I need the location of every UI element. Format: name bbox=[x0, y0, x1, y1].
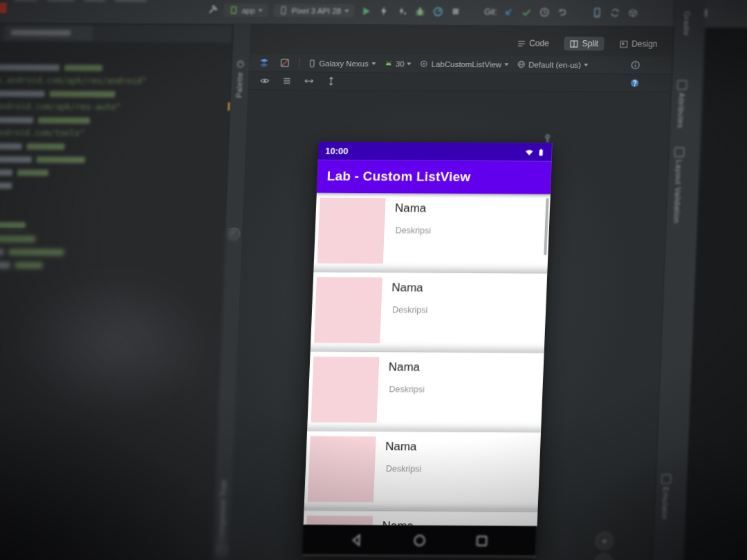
rollback-icon[interactable] bbox=[556, 6, 569, 18]
horizontal-arrows-icon[interactable] bbox=[302, 75, 315, 87]
design-mode-icon bbox=[619, 39, 629, 48]
item-title: Nama bbox=[385, 440, 417, 454]
chevron-down-icon bbox=[584, 64, 588, 66]
device-manager-icon[interactable] bbox=[591, 6, 604, 19]
list-item[interactable]: Nama Deskripsi bbox=[311, 272, 548, 353]
git-update-icon[interactable] bbox=[502, 6, 515, 18]
status-time: 10:00 bbox=[325, 145, 349, 156]
device-chip[interactable]: Galaxy Nexus bbox=[308, 59, 376, 68]
tab-gradle[interactable]: Gradle bbox=[682, 11, 691, 36]
tab-palette[interactable]: Palette bbox=[234, 72, 244, 98]
locale-label: Default (en-us) bbox=[528, 60, 582, 68]
tab-split[interactable]: Split bbox=[564, 37, 604, 50]
list-item[interactable]: Nama Deskripsi bbox=[313, 193, 551, 274]
battery-icon bbox=[537, 147, 546, 157]
code-editor-pane[interactable]: s.android.com/apk/res/android" android.c… bbox=[0, 24, 233, 560]
palette-icon bbox=[236, 59, 246, 68]
code-mode-icon bbox=[517, 39, 526, 48]
git-commit-icon[interactable] bbox=[520, 6, 533, 18]
design-pane: Code Split Design Galaxy Nexus bbox=[229, 24, 674, 560]
android-icon bbox=[384, 59, 394, 68]
tab-attributes[interactable]: Attributes bbox=[676, 93, 686, 129]
emulator-icon bbox=[661, 474, 672, 484]
globe-icon bbox=[517, 60, 526, 69]
item-subtitle: Deskripsi bbox=[395, 226, 431, 236]
gradle-sync-icon[interactable] bbox=[609, 6, 622, 19]
sdk-manager-icon[interactable] bbox=[627, 6, 640, 19]
phone-icon bbox=[308, 59, 316, 67]
item-image-placeholder bbox=[311, 357, 379, 423]
target-icon bbox=[419, 59, 429, 68]
history-icon[interactable] bbox=[538, 6, 551, 18]
api-level-chip[interactable]: 30 bbox=[384, 59, 412, 68]
menu-bar-smudge bbox=[14, 0, 147, 1]
phone-preview[interactable]: 10:00 Lab - Custom ListView Nama Deskrip… bbox=[302, 142, 553, 557]
item-image-placeholder bbox=[308, 436, 376, 503]
tab-emulator-wrap: Emulator bbox=[660, 474, 672, 520]
list-item[interactable]: Nama Deskripsi bbox=[307, 352, 544, 433]
code-line: android.com/apk/res-auto" bbox=[0, 102, 121, 112]
layout-variant-label: LabCustomListView bbox=[431, 59, 501, 68]
app-bar: Lab - Custom ListView bbox=[317, 160, 552, 194]
chevron-down-icon bbox=[344, 10, 349, 12]
tab-code[interactable]: Code bbox=[511, 37, 555, 50]
apply-code-changes-icon[interactable] bbox=[396, 5, 409, 17]
debug-icon[interactable] bbox=[414, 5, 427, 17]
red-indicator bbox=[0, 3, 7, 13]
layout-validation-icon bbox=[674, 147, 685, 157]
apply-changes-icon[interactable] bbox=[378, 5, 391, 17]
blur-glow bbox=[4, 272, 217, 419]
design-toolbar: Galaxy Nexus 30 LabCustomListView Defaul… bbox=[249, 54, 672, 75]
design-toolbar-secondary bbox=[248, 72, 672, 93]
xml-code[interactable]: s.android.com/apk/res/android" android.c… bbox=[0, 43, 226, 293]
git-label: Git: bbox=[484, 7, 497, 17]
split-mode-icon bbox=[570, 39, 580, 48]
locale-chip[interactable]: Default (en-us) bbox=[517, 60, 589, 70]
item-title: Nama bbox=[391, 281, 423, 295]
attributes-icon bbox=[677, 80, 688, 90]
chevron-down-icon bbox=[259, 9, 263, 12]
zoom-in-button[interactable] bbox=[595, 532, 614, 550]
profiler-icon[interactable] bbox=[432, 5, 445, 17]
api-level-label: 30 bbox=[396, 59, 405, 68]
view-options-eye-icon[interactable] bbox=[258, 75, 271, 87]
tool-window-icon[interactable] bbox=[228, 228, 240, 239]
chevron-down-icon bbox=[407, 62, 412, 65]
module-selector[interactable]: app bbox=[223, 3, 268, 17]
wifi-icon bbox=[524, 147, 535, 156]
editor-mode-tabs: Code Split Design bbox=[511, 37, 663, 51]
item-title: Nama bbox=[388, 361, 420, 375]
file-tab[interactable] bbox=[4, 26, 93, 41]
chevron-down-icon bbox=[504, 63, 508, 66]
design-surface-icon[interactable] bbox=[257, 57, 270, 69]
tab-attributes-wrap: Attributes bbox=[676, 80, 688, 129]
info-icon[interactable] bbox=[629, 59, 642, 71]
zoom-out-button[interactable] bbox=[594, 553, 613, 560]
tab-design[interactable]: Design bbox=[614, 37, 663, 50]
tool-window-icon[interactable] bbox=[216, 543, 228, 554]
list-view[interactable]: Nama Deskripsi Nama Deskripsi Nama Deskr… bbox=[302, 193, 551, 557]
item-title: Nama bbox=[394, 202, 426, 216]
item-subtitle: Deskripsi bbox=[389, 385, 425, 395]
layout-variant-chip[interactable]: LabCustomListView bbox=[419, 59, 508, 69]
tab-component-tree[interactable]: Component Tree bbox=[217, 480, 228, 541]
ide-scene: app Pixel 3 API 28 Git: bbox=[0, 0, 747, 560]
list-item[interactable]: Nama Deskripsi bbox=[304, 431, 541, 512]
build-hammer-icon[interactable] bbox=[205, 3, 219, 16]
tab-layout-validation[interactable]: Layout Validation bbox=[672, 160, 683, 223]
item-subtitle: Deskripsi bbox=[392, 306, 428, 315]
guidelines-icon[interactable] bbox=[280, 75, 293, 87]
navigation-bar bbox=[302, 525, 537, 557]
stop-icon[interactable] bbox=[450, 5, 463, 17]
help-icon[interactable] bbox=[628, 77, 641, 89]
blueprint-toggle-icon[interactable] bbox=[278, 57, 291, 69]
device-selector[interactable]: Pixel 3 API 28 bbox=[273, 3, 354, 17]
tab-emulator[interactable]: Emulator bbox=[661, 487, 670, 520]
item-subtitle: Deskripsi bbox=[385, 465, 421, 474]
recents-nav-icon bbox=[474, 533, 490, 548]
run-button[interactable] bbox=[360, 5, 373, 17]
item-image-placeholder bbox=[317, 198, 386, 264]
design-surface[interactable]: 10:00 Lab - Custom ListView Nama Deskrip… bbox=[229, 90, 671, 560]
vertical-arrows-icon[interactable] bbox=[324, 75, 338, 87]
file-tab-row bbox=[0, 24, 233, 44]
